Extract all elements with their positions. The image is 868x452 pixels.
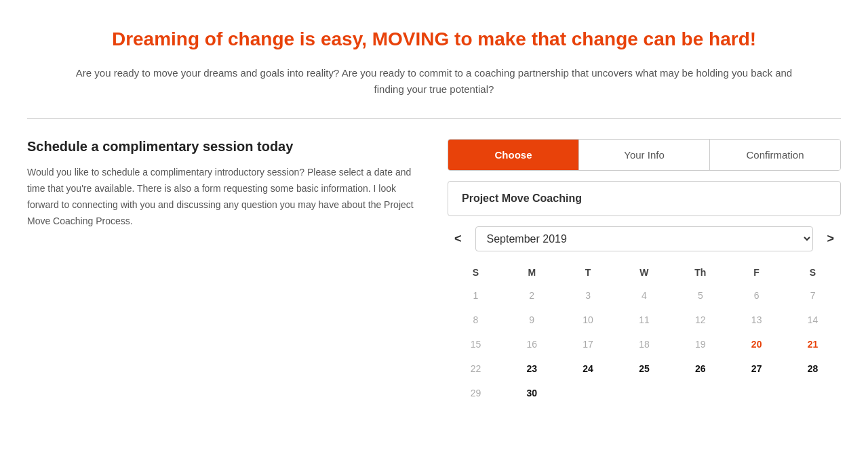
calendar-day: 14 [785, 308, 841, 332]
calendar-day[interactable]: 30 [504, 381, 560, 405]
calendar-day: 19 [672, 332, 728, 356]
calendar-day: 18 [616, 332, 673, 356]
project-title-box: Project Move Coaching [448, 181, 841, 216]
calendar-day: 5 [672, 283, 728, 308]
calendar-day-header: F [728, 262, 785, 283]
calendar-week-row: 22232425262728 [448, 356, 841, 381]
schedule-description: Would you like to schedule a complimenta… [27, 165, 420, 229]
calendar-day: 9 [504, 308, 560, 332]
calendar-day[interactable]: 23 [504, 356, 560, 381]
calendar-nav: < September 2019 October 2019 November 2… [448, 226, 841, 251]
calendar-day: 8 [448, 308, 504, 332]
right-panel: Choose Your Info Confirmation Project Mo… [448, 139, 841, 405]
calendar-day [616, 381, 673, 405]
calendar-table: SMTWThFS 1234567891011121314151617181920… [448, 262, 841, 405]
calendar-day [672, 381, 728, 405]
hero-title: Dreaming of change is easy, MOVING to ma… [27, 27, 841, 52]
tab-choose[interactable]: Choose [448, 140, 579, 170]
calendar-day [785, 381, 841, 405]
tab-your-info[interactable]: Your Info [579, 140, 710, 170]
calendar-day: 15 [448, 332, 504, 356]
calendar-day [560, 381, 616, 405]
calendar-day[interactable]: 27 [728, 356, 785, 381]
schedule-heading: Schedule a complimentary session today [27, 139, 420, 155]
calendar-day: 6 [728, 283, 785, 308]
calendar-week-row: 15161718192021 [448, 332, 841, 356]
calendar-day: 2 [504, 283, 560, 308]
calendar-day-header: Th [672, 262, 728, 283]
calendar-week-row: 1234567 [448, 283, 841, 308]
calendar-day: 22 [448, 356, 504, 381]
calendar-week-row: 2930 [448, 381, 841, 405]
calendar-header-row: SMTWThFS [448, 262, 841, 283]
calendar-day [728, 381, 785, 405]
calendar-day: 12 [672, 308, 728, 332]
calendar-day-header: M [504, 262, 560, 283]
calendar-day: 3 [560, 283, 616, 308]
calendar-day: 17 [560, 332, 616, 356]
left-panel: Schedule a complimentary session today W… [27, 139, 420, 229]
calendar-day: 16 [504, 332, 560, 356]
calendar-day[interactable]: 25 [616, 356, 673, 381]
calendar-day-header: S [448, 262, 504, 283]
calendar-day: 4 [616, 283, 673, 308]
prev-month-button[interactable]: < [448, 228, 469, 249]
calendar-day: 11 [616, 308, 673, 332]
calendar-day-header: S [785, 262, 841, 283]
calendar-day: 29 [448, 381, 504, 405]
calendar-day[interactable]: 26 [672, 356, 728, 381]
next-month-button[interactable]: > [820, 228, 841, 249]
calendar-day-header: W [616, 262, 673, 283]
calendar-day: 1 [448, 283, 504, 308]
tabs-container: Choose Your Info Confirmation [448, 139, 841, 171]
hero-subtitle: Are you ready to move your dreams and go… [61, 65, 807, 98]
calendar-week-row: 891011121314 [448, 308, 841, 332]
month-select[interactable]: September 2019 October 2019 November 201… [475, 226, 814, 251]
calendar-day: 20 [728, 332, 785, 356]
calendar-day: 10 [560, 308, 616, 332]
divider [27, 118, 841, 119]
calendar-day: 21 [785, 332, 841, 356]
calendar-day[interactable]: 28 [785, 356, 841, 381]
tab-confirmation[interactable]: Confirmation [710, 140, 840, 170]
calendar-day: 13 [728, 308, 785, 332]
calendar-day-header: T [560, 262, 616, 283]
calendar-day: 7 [785, 283, 841, 308]
calendar-day[interactable]: 24 [560, 356, 616, 381]
